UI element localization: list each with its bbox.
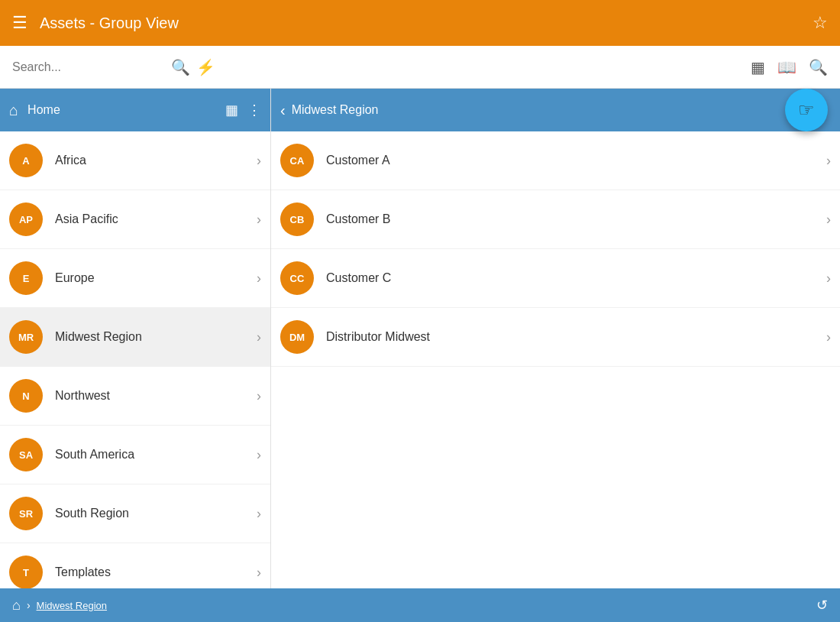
list-item[interactable]: MR Midwest Region › (0, 308, 270, 367)
item-label: Customer A (326, 154, 826, 167)
chevron-icon: › (826, 212, 831, 228)
left-panel-header: ⌂ Home ▦ ⋮ (0, 89, 270, 131)
avatar: CC (280, 261, 314, 295)
avatar: A (9, 144, 43, 177)
item-label: Templates (55, 565, 257, 579)
item-label: Midwest Region (55, 330, 257, 344)
chevron-icon: › (826, 153, 831, 169)
left-panel: ⌂ Home ▦ ⋮ A Africa › AP Asia Pacific › … (0, 89, 271, 588)
book-icon[interactable]: 📖 (777, 58, 796, 76)
search-input[interactable] (12, 60, 165, 74)
avatar: E (9, 261, 43, 295)
chevron-icon: › (257, 212, 261, 228)
avatar: CB (280, 202, 314, 236)
grid-view-icon[interactable]: ▦ (751, 58, 765, 76)
refresh-icon[interactable]: ↺ (816, 598, 828, 613)
bottom-bar: ⌂ › Midwest Region ↺ (0, 588, 840, 622)
item-label: Customer B (326, 212, 826, 226)
list-item[interactable]: A Africa › (0, 131, 270, 190)
cursor-icon: ☞ (798, 99, 815, 121)
list-item[interactable]: N Northwest › (0, 367, 270, 426)
chevron-icon: › (257, 329, 261, 345)
chevron-icon: › (257, 565, 261, 581)
avatar: MR (9, 320, 43, 354)
left-more-icon[interactable]: ⋮ (247, 102, 261, 118)
chevron-icon: › (257, 447, 261, 463)
star-icon[interactable]: ☆ (813, 13, 828, 33)
filter-icon[interactable]: ⚡ (196, 58, 215, 76)
item-label: Africa (55, 154, 257, 167)
list-item[interactable]: AP Asia Pacific › (0, 190, 270, 249)
content-area: ⌂ Home ▦ ⋮ A Africa › AP Asia Pacific › … (0, 89, 840, 588)
list-item[interactable]: CC Customer C › (271, 249, 840, 308)
right-panel-title: Midwest Region (292, 103, 792, 117)
list-item[interactable]: DM Distributor Midwest › (271, 308, 840, 367)
chevron-icon: › (257, 271, 261, 287)
back-button[interactable]: ‹ (280, 102, 286, 119)
avatar: SR (9, 497, 43, 530)
search-circle-icon[interactable]: 🔍 (809, 58, 828, 76)
left-list: A Africa › AP Asia Pacific › E Europe › … (0, 131, 270, 588)
left-grid-icon[interactable]: ▦ (225, 102, 238, 118)
list-item[interactable]: CA Customer A › (271, 131, 840, 190)
list-item[interactable]: SA South America › (0, 426, 270, 484)
fab-button[interactable]: ☞ (785, 89, 828, 131)
search-icon[interactable]: 🔍 (171, 58, 190, 76)
left-panel-title: Home (27, 103, 60, 117)
list-item[interactable]: CB Customer B › (271, 190, 840, 249)
app-title: Assets - Group View (40, 15, 179, 32)
chevron-icon: › (257, 506, 261, 522)
right-panel-header: ‹ Midwest Region ▦ ⋮ (271, 89, 840, 131)
list-item[interactable]: E Europe › (0, 249, 270, 308)
search-bar: 🔍 ⚡ ▦ 📖 🔍 (0, 46, 840, 89)
bottom-home-icon[interactable]: ⌂ (12, 598, 21, 614)
list-item[interactable]: T Templates › (0, 543, 270, 588)
right-list: CA Customer A › CB Customer B › CC Custo… (271, 131, 840, 588)
menu-icon[interactable]: ☰ (12, 13, 27, 33)
avatar: T (9, 556, 43, 588)
avatar: SA (9, 438, 43, 471)
bottom-chevron-icon: › (27, 599, 31, 611)
avatar: AP (9, 202, 43, 236)
item-label: South America (55, 448, 257, 462)
item-label: Europe (55, 271, 257, 285)
item-label: South Region (55, 507, 257, 520)
home-icon[interactable]: ⌂ (9, 102, 18, 119)
chevron-icon: › (257, 153, 261, 169)
item-label: Northwest (55, 389, 257, 403)
item-label: Customer C (326, 271, 826, 285)
avatar: N (9, 379, 43, 413)
avatar: CA (280, 144, 314, 177)
bottom-breadcrumb[interactable]: Midwest Region (37, 600, 108, 611)
avatar: DM (280, 320, 314, 354)
chevron-icon: › (826, 271, 831, 287)
item-label: Asia Pacific (55, 212, 257, 226)
chevron-icon: › (826, 329, 831, 345)
list-item[interactable]: SR South Region › (0, 484, 270, 543)
item-label: Distributor Midwest (326, 330, 826, 344)
chevron-icon: › (257, 388, 261, 404)
app-bar: ☰ Assets - Group View ☆ (0, 0, 840, 46)
right-panel: ‹ Midwest Region ▦ ⋮ CA Customer A › CB … (271, 89, 840, 588)
